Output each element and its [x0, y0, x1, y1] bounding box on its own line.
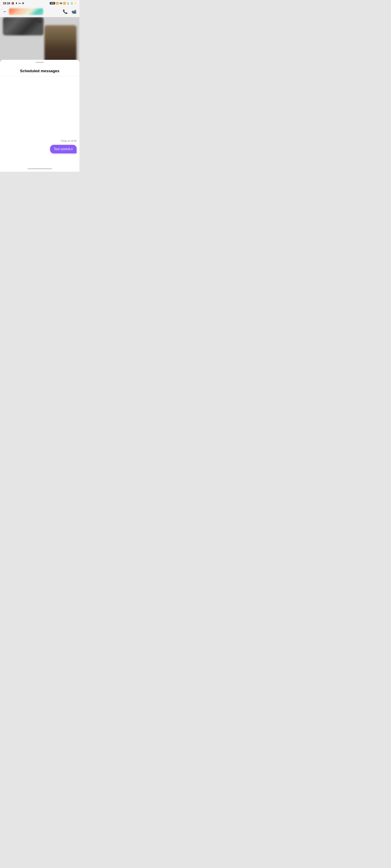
status-time: 15:10: [3, 2, 10, 5]
scheduled-message-bubble[interactable]: Test zoomit.ir: [50, 145, 77, 153]
wifi-icon: 📡: [67, 2, 69, 5]
contact-image-blurred: [3, 17, 44, 35]
back-button[interactable]: ←: [3, 9, 7, 14]
date-separator: [38, 21, 42, 22]
home-indicator: [27, 168, 52, 169]
signal2-icon: 📶: [63, 2, 66, 5]
status-bar: 15:10 🔕 ⬇ 🗝 ⚙ VPN 📶 4G 📶 📡 🔋 ⚡: [0, 0, 79, 6]
home-indicator-area: [0, 165, 79, 172]
chat-header: ← 📞 📹: [0, 6, 79, 17]
header-right: 📞 📹: [63, 9, 77, 14]
phone-icon[interactable]: 📞: [63, 9, 68, 14]
video-icon[interactable]: 📹: [72, 9, 77, 14]
charging-icon: ⚡: [74, 2, 77, 4]
sheet-title: Scheduled messages: [20, 69, 59, 73]
contact-avatar: [9, 8, 43, 15]
key-icon: 🗝: [19, 2, 21, 4]
sheet-handle: [36, 62, 44, 63]
bottom-sheet: Scheduled messages Today at 19:00 Test z…: [0, 60, 79, 172]
scheduled-message-text: Test zoomit.ir: [54, 147, 73, 151]
scheduled-time: Today at 19:00: [60, 140, 77, 143]
status-right: VPN 📶 4G 📶 📡 🔋 ⚡: [50, 2, 77, 5]
sheet-content: Today at 19:00 Test zoomit.ir: [0, 76, 79, 172]
vpn-badge: VPN: [50, 2, 55, 4]
sheet-title-area: Scheduled messages: [0, 66, 79, 76]
status-left: 15:10 🔕 ⬇ 🗝 ⚙: [3, 2, 24, 5]
battery-icon: 🔋: [71, 2, 73, 5]
signal-icon: 📶: [56, 2, 59, 5]
settings-icon: ⚙: [22, 2, 24, 5]
4g-icon: 4G: [60, 2, 62, 4]
download-icon: ⬇: [16, 2, 17, 5]
header-left: ←: [3, 8, 43, 15]
alarm-off-icon: 🔕: [11, 2, 14, 5]
sheet-handle-area[interactable]: [0, 60, 79, 66]
